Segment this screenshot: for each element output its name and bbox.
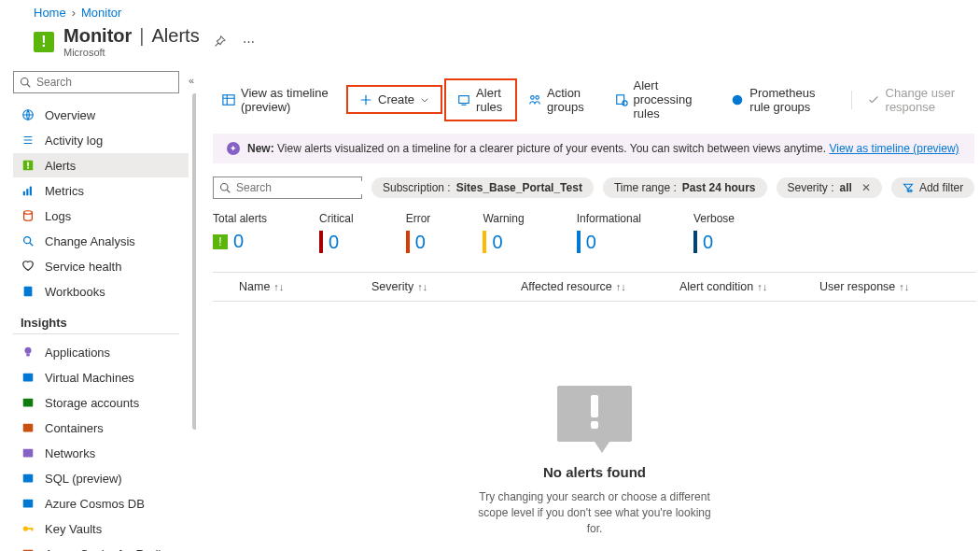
sidebar-item-applications[interactable]: Applications: [13, 340, 189, 364]
sidebar-item-change-analysis[interactable]: Change Analysis: [13, 229, 189, 253]
sidebar-search[interactable]: [13, 71, 179, 93]
sidebar-item-metrics[interactable]: Metrics: [13, 178, 189, 203]
sidebar-item-sql-preview-[interactable]: SQL (preview): [13, 466, 189, 490]
chevron-down-icon: [420, 95, 429, 105]
summary-label: Error: [406, 212, 431, 225]
filter-timerange[interactable]: Time range : Past 24 hours: [603, 177, 767, 198]
th-condition[interactable]: Alert condition↑↓: [679, 280, 819, 293]
action-groups-button[interactable]: Action groups: [519, 82, 604, 118]
timeline-icon: [222, 93, 235, 106]
svg-rect-13: [23, 374, 34, 382]
sidebar-item-virtual-machines[interactable]: Virtual Machines: [13, 365, 189, 389]
sidebar-item-label: Storage accounts: [45, 396, 139, 410]
th-name[interactable]: Name↑↓: [213, 280, 371, 293]
svg-point-9: [24, 237, 31, 244]
info-banner: ✦ New: View alerts visualized on a timel…: [213, 134, 974, 163]
svg-point-8: [24, 211, 33, 215]
total-alerts-icon: !: [213, 234, 228, 249]
alerts-search[interactable]: [213, 177, 362, 199]
page-title-row: ! Monitor | Alerts Microsoft ⋯: [0, 20, 980, 65]
severity-bar: [577, 231, 581, 253]
add-filter-icon: [903, 182, 914, 193]
search-icon: [21, 233, 35, 248]
sidebar-item-label: Containers: [45, 421, 104, 435]
severity-bar: [319, 231, 323, 253]
summary-total-alerts[interactable]: Total alerts!0: [213, 212, 267, 253]
toolbar: View as timeline (preview) Create: [213, 71, 976, 134]
summary-label: Verbose: [693, 212, 735, 225]
sidebar-item-label: Metrics: [45, 184, 84, 198]
plus-icon: [359, 93, 372, 106]
svg-point-32: [221, 184, 229, 191]
pin-icon[interactable]: [209, 32, 230, 52]
alerts-search-input[interactable]: [236, 181, 376, 194]
empty-subtitle: Try changing your search or choose a dif…: [473, 489, 716, 536]
svg-rect-3: [27, 162, 29, 166]
summary-count: 0: [586, 232, 596, 253]
sidebar-item-azure-cosmos-db[interactable]: Azure Cosmos DB: [13, 491, 189, 516]
svg-rect-16: [23, 449, 34, 458]
cosmos-icon: [21, 496, 35, 511]
empty-state: No alerts found Try changing your search…: [213, 302, 976, 551]
view-timeline-button[interactable]: View as timeline (preview): [213, 82, 344, 118]
summary-error[interactable]: Error0: [406, 212, 431, 253]
scrollbar-thumb[interactable]: [192, 93, 196, 430]
summary-informational[interactable]: Informational0: [577, 212, 641, 253]
th-severity[interactable]: Severity↑↓: [371, 280, 521, 293]
summary-label: Total alerts: [213, 212, 267, 225]
svg-rect-4: [27, 167, 29, 169]
sidebar-item-label: Logs: [45, 209, 71, 223]
vm-icon: [21, 370, 35, 385]
sidebar-item-label: Key Vaults: [45, 522, 102, 536]
more-icon[interactable]: ⋯: [239, 31, 259, 52]
svg-rect-5: [23, 191, 25, 195]
sidebar-item-service-health[interactable]: Service health: [13, 254, 189, 278]
search-icon: [20, 77, 31, 88]
sidebar-item-overview[interactable]: Overview: [13, 103, 189, 127]
sidebar-item-azure-cache-for-redis[interactable]: Azure Cache for Redis: [13, 542, 189, 551]
breadcrumb-current[interactable]: Monitor: [81, 6, 121, 20]
container-icon: [21, 420, 35, 435]
create-button[interactable]: Create: [350, 89, 439, 110]
sidebar-item-label: Azure Cosmos DB: [45, 497, 145, 511]
sidebar-item-activity-log[interactable]: Activity log: [13, 128, 189, 152]
alert-rules-button[interactable]: Alert rules: [448, 82, 513, 118]
sidebar-item-containers[interactable]: Containers: [13, 416, 189, 440]
summary-label: Warning: [483, 212, 524, 225]
summary-critical[interactable]: Critical0: [319, 212, 354, 253]
sidebar-item-networks[interactable]: Networks: [13, 441, 189, 465]
sidebar-item-logs[interactable]: Logs: [13, 204, 189, 228]
summary-count: 0: [415, 232, 426, 253]
sidebar-item-storage-accounts[interactable]: Storage accounts: [13, 390, 189, 415]
filter-subscription[interactable]: Subscription : Sites_Base_Portal_Test: [371, 177, 594, 198]
svg-rect-7: [30, 187, 32, 196]
sidebar-item-label: Overview: [45, 108, 95, 122]
processing-rules-button[interactable]: Alert processing rules: [606, 75, 721, 124]
globe-icon: [21, 107, 35, 122]
svg-rect-26: [459, 95, 469, 103]
add-filter-button[interactable]: Add filter: [891, 177, 974, 198]
banner-link[interactable]: View as timeline (preview): [829, 142, 959, 155]
svg-rect-10: [24, 287, 33, 297]
prometheus-button[interactable]: Prometheus rule groups: [721, 82, 846, 118]
sidebar-item-alerts[interactable]: Alerts: [13, 153, 189, 177]
filter-severity[interactable]: Severity : all ✕: [777, 177, 882, 198]
collapse-sidebar-icon[interactable]: «: [189, 75, 194, 86]
breadcrumb-home[interactable]: Home: [34, 6, 66, 20]
search-icon: [219, 182, 231, 193]
storage-icon: [21, 395, 35, 410]
svg-rect-15: [23, 424, 34, 432]
th-response[interactable]: User response↑↓: [819, 280, 969, 293]
sidebar-item-workbooks[interactable]: Workbooks: [13, 279, 189, 304]
clear-severity-icon[interactable]: ✕: [858, 181, 871, 194]
th-resource[interactable]: Affected resource↑↓: [521, 280, 679, 293]
sidebar-search-input[interactable]: [36, 76, 176, 89]
sidebar-item-key-vaults[interactable]: Key Vaults: [13, 516, 189, 541]
svg-rect-21: [32, 528, 34, 531]
summary-warning[interactable]: Warning0: [483, 212, 524, 253]
page-section: Alerts: [152, 25, 200, 47]
svg-point-11: [25, 347, 32, 354]
summary-verbose[interactable]: Verbose0: [693, 212, 735, 253]
summary-count: 0: [703, 232, 713, 253]
sidebar-item-label: Virtual Machines: [45, 371, 134, 385]
